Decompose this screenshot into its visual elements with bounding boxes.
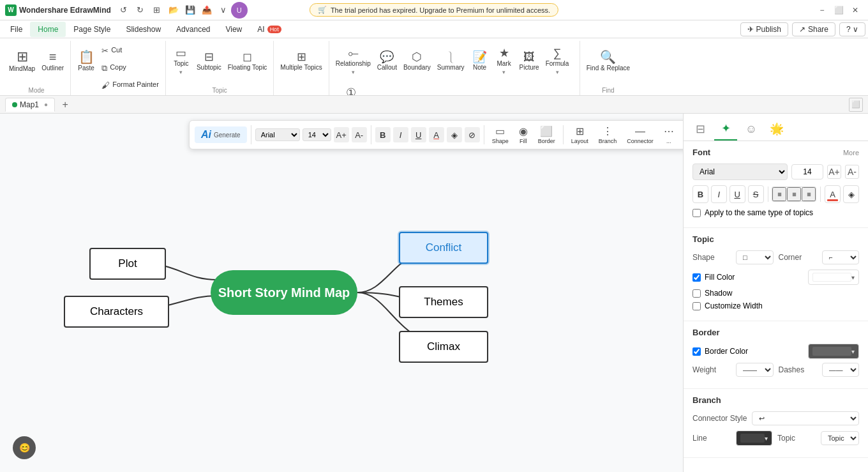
- connector-style-select[interactable]: ↩: [752, 411, 859, 425]
- panel-bold-button[interactable]: B: [692, 185, 708, 203]
- border-color-checkbox[interactable]: [692, 347, 701, 356]
- menu-home[interactable]: Home: [30, 22, 66, 37]
- font-family-select[interactable]: Arial: [255, 128, 300, 141]
- picture-button[interactable]: 🖼 Picture: [517, 42, 542, 80]
- panel-tab-theme[interactable]: ☺: [740, 118, 763, 141]
- fill-color-swatch[interactable]: ▾: [808, 270, 859, 285]
- panel-highlight-button[interactable]: ◈: [843, 185, 859, 203]
- menu-ai[interactable]: AI Hot: [250, 22, 288, 37]
- themes-node[interactable]: Themes: [399, 286, 488, 318]
- central-node[interactable]: Short Story Mind Map: [211, 270, 357, 315]
- font-color-button[interactable]: A: [429, 127, 444, 142]
- align-left-button[interactable]: ≡: [772, 187, 786, 201]
- summary-button[interactable]: ⎱ Summary: [435, 42, 467, 80]
- more-toolbar-button[interactable]: ⋯ ...: [660, 123, 678, 146]
- user-avatar[interactable]: U: [231, 2, 248, 19]
- panel-increase-font-button[interactable]: A+: [827, 165, 841, 179]
- save-button[interactable]: 💾: [183, 3, 198, 18]
- close-button[interactable]: ✕: [848, 3, 863, 18]
- undo-button[interactable]: ↺: [116, 3, 131, 18]
- border-color-swatch[interactable]: ▾: [808, 344, 859, 359]
- format-more-button[interactable]: ⊘: [465, 127, 480, 142]
- mark-button[interactable]: ★ Mark ▾: [493, 42, 516, 80]
- climax-node[interactable]: Climax: [399, 331, 488, 363]
- panel-font-color-button[interactable]: A: [825, 185, 841, 203]
- paste-button[interactable]: 📋 Paste: [75, 42, 98, 80]
- corner-select[interactable]: ⌐: [822, 250, 860, 264]
- minimize-button[interactable]: −: [814, 3, 830, 18]
- topic-line-select[interactable]: Topic: [821, 431, 859, 445]
- canvas[interactable]: Ai Generate Arial 14 A+ A- B I U A: [0, 114, 683, 472]
- more-insert-button[interactable]: ⋯ More: [371, 82, 394, 96]
- increase-font-button[interactable]: A+: [334, 127, 349, 142]
- new-file-button[interactable]: ⊞: [149, 3, 165, 18]
- branch-button[interactable]: ⋮ Branch: [595, 123, 621, 146]
- multiple-topics-button[interactable]: ⊞ Multiple Topics: [278, 42, 324, 80]
- apply-same-checkbox[interactable]: [692, 209, 701, 217]
- shape-button[interactable]: ▭ Shape: [488, 123, 513, 146]
- panel-underline-button[interactable]: U: [730, 185, 745, 203]
- font-more-link[interactable]: More: [843, 149, 859, 156]
- plot-node[interactable]: Plot: [89, 248, 166, 280]
- topic-button[interactable]: ▭ Topic ▾: [170, 42, 193, 80]
- format-painter-button[interactable]: 🖌 Format Painter: [99, 77, 161, 93]
- tab-add-button[interactable]: +: [57, 97, 73, 112]
- menu-slideshow[interactable]: Slideshow: [118, 22, 168, 37]
- tab-close-icon[interactable]: ●: [44, 101, 48, 108]
- panel-tab-style[interactable]: ⊟: [689, 118, 712, 141]
- shadow-checkbox[interactable]: [692, 289, 701, 298]
- font-size-select[interactable]: 14: [303, 128, 331, 141]
- redo-button[interactable]: ↻: [133, 3, 148, 18]
- cut-button[interactable]: ✂ Cut: [99, 42, 161, 59]
- weight-select[interactable]: ——: [736, 363, 774, 377]
- panel-tab-clipart[interactable]: 🌟: [765, 118, 788, 141]
- formula-button[interactable]: ∑ Formula ▾: [543, 42, 572, 80]
- menu-view[interactable]: View: [218, 22, 250, 37]
- share-button[interactable]: ↗ Share: [792, 22, 835, 36]
- italic-button[interactable]: I: [393, 127, 408, 142]
- shape-select[interactable]: □: [736, 250, 774, 264]
- dashes-select[interactable]: ——: [822, 363, 860, 377]
- menu-file[interactable]: File: [3, 22, 30, 37]
- find-replace-button[interactable]: 🔍 Find & Replace: [584, 42, 632, 80]
- highlight-button[interactable]: ◈: [447, 127, 462, 142]
- conflict-node[interactable]: Conflict: [399, 232, 488, 264]
- panel-decrease-font-button[interactable]: A-: [845, 165, 859, 179]
- bold-button[interactable]: B: [375, 127, 391, 142]
- tab-map1[interactable]: Map1 ●: [5, 98, 55, 112]
- characters-node[interactable]: Characters: [64, 296, 169, 328]
- fill-color-checkbox[interactable]: [692, 273, 701, 282]
- canvas-avatar[interactable]: 😊: [13, 436, 36, 459]
- subtopic-button[interactable]: ⊟ Subtopic: [194, 42, 224, 80]
- copy-button[interactable]: ⧉ Copy: [99, 59, 161, 76]
- mindmap-button[interactable]: ⊞ MindMap: [6, 42, 38, 80]
- floating-topic-button[interactable]: ◻ Floating Topic: [225, 42, 270, 80]
- boundary-button[interactable]: ⬡ Boundary: [401, 42, 433, 80]
- panel-font-size-input[interactable]: [791, 164, 823, 179]
- trial-banner[interactable]: 🛒 The trial period has expired. Upgrade …: [310, 3, 558, 17]
- open-file-button[interactable]: 📂: [166, 3, 181, 18]
- line-color-swatch[interactable]: ▾: [736, 430, 772, 446]
- connector-button[interactable]: — Connector: [623, 124, 657, 146]
- panel-tab-ai[interactable]: ✦: [714, 118, 737, 141]
- align-center-button[interactable]: ≡: [787, 187, 801, 201]
- menu-page-style[interactable]: Page Style: [66, 22, 118, 37]
- border-button[interactable]: ⬜ Border: [534, 123, 559, 146]
- note-button[interactable]: 📝 Note: [468, 42, 491, 80]
- export-button[interactable]: 📤: [199, 3, 214, 18]
- panel-strikethrough-button[interactable]: S: [748, 185, 764, 203]
- ai-generate-button[interactable]: Ai Generate: [195, 126, 247, 143]
- layout-button[interactable]: ⊞ Layout: [567, 123, 592, 146]
- underline-button[interactable]: U: [411, 127, 426, 142]
- customize-width-checkbox[interactable]: [692, 302, 701, 310]
- help-button[interactable]: ? ∨: [839, 22, 865, 36]
- maximize-button[interactable]: ⬜: [831, 3, 846, 18]
- panel-italic-button[interactable]: I: [711, 185, 727, 203]
- menu-advanced[interactable]: Advanced: [168, 22, 218, 37]
- decrease-font-button[interactable]: A-: [352, 127, 367, 142]
- tab-expand-button[interactable]: ⬜: [849, 98, 863, 112]
- relationship-button[interactable]: ⟜ Relationship ▾: [333, 42, 373, 80]
- align-right-button[interactable]: ≡: [802, 187, 816, 201]
- panel-font-family-select[interactable]: Arial: [692, 164, 788, 180]
- more-options-button[interactable]: ∨: [216, 3, 231, 18]
